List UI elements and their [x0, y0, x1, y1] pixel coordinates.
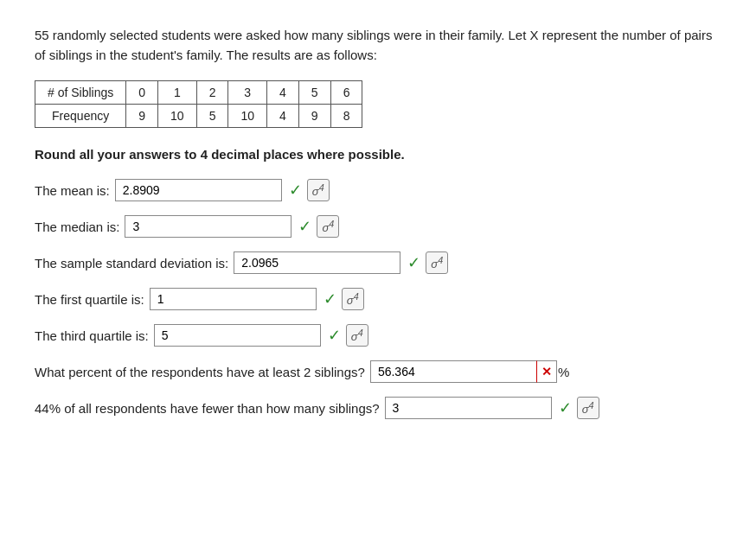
sigma-icon: σ4 — [312, 182, 324, 198]
question-input-4[interactable] — [154, 324, 321, 347]
question-info-btn-3[interactable]: σ4 — [342, 288, 364, 310]
question-info-btn-0[interactable]: σ4 — [307, 179, 330, 201]
question-input-1[interactable] — [125, 215, 292, 238]
table-header-value-0: 0 — [126, 81, 158, 105]
table-header-label: # of Siblings — [35, 81, 126, 105]
table-header-value-1: 1 — [158, 81, 197, 105]
percent-symbol: % — [558, 365, 569, 379]
question-check-1: ✓ — [298, 217, 311, 236]
question-input-0[interactable] — [115, 179, 282, 201]
question-input-2[interactable] — [234, 251, 400, 274]
x-mark: ✕ — [541, 365, 552, 379]
sigma-icon: σ4 — [582, 400, 594, 416]
percent-question-row: What percent of the respondents have at … — [35, 360, 721, 383]
table-freq-value-6: 8 — [330, 105, 362, 128]
percent-input-group: ✕ % — [370, 360, 569, 383]
sigma-icon: σ4 — [351, 328, 363, 343]
percent-question-label: What percent of the respondents have at … — [35, 365, 365, 379]
intro-text: 55 randomly selected students were asked… — [35, 26, 721, 65]
last-question-info-btn[interactable]: σ4 — [577, 397, 599, 419]
table-header-value-5: 5 — [298, 81, 330, 105]
last-question-input[interactable] — [385, 397, 552, 419]
data-table: # of Siblings0123456 Frequency910510498 — [35, 80, 362, 128]
last-question-label: 44% of all respondents have fewer than h… — [35, 401, 380, 416]
table-header-value-2: 2 — [196, 81, 228, 105]
question-info-btn-4[interactable]: σ4 — [346, 324, 368, 347]
table-header-value-3: 3 — [228, 81, 267, 105]
question-row-3: The first quartile is:✓σ4 — [35, 288, 721, 310]
sigma-icon: σ4 — [322, 219, 334, 234]
table-freq-label: Frequency — [35, 105, 126, 128]
question-info-btn-2[interactable]: σ4 — [426, 251, 448, 274]
question-label-4: The third quartile is: — [35, 328, 149, 343]
question-row-4: The third quartile is:✓σ4 — [35, 324, 721, 347]
table-freq-value-2: 5 — [196, 105, 228, 128]
last-question-row: 44% of all respondents have fewer than h… — [35, 397, 721, 419]
table-freq-value-3: 10 — [228, 105, 267, 128]
question-label-0: The mean is: — [35, 183, 110, 198]
question-check-3: ✓ — [324, 290, 336, 309]
table-freq-value-5: 9 — [298, 105, 330, 128]
question-input-3[interactable] — [150, 288, 317, 310]
question-label-1: The median is: — [35, 220, 119, 234]
table-freq-value-0: 9 — [126, 105, 158, 128]
table-freq-value-1: 10 — [158, 105, 197, 128]
sigma-icon: σ4 — [431, 255, 443, 270]
question-check-0: ✓ — [289, 181, 302, 200]
question-label-3: The first quartile is: — [35, 292, 144, 307]
last-question-check: ✓ — [559, 398, 572, 417]
question-label-2: The sample standard deviation is: — [35, 256, 228, 270]
percent-input[interactable] — [370, 360, 536, 383]
table-header-value-4: 4 — [267, 81, 299, 105]
question-row-2: The sample standard deviation is:✓σ4 — [35, 251, 721, 274]
question-check-4: ✓ — [328, 326, 341, 345]
table-freq-value-4: 4 — [267, 105, 299, 128]
table-header-value-6: 6 — [330, 81, 362, 105]
sigma-icon: σ4 — [347, 291, 359, 307]
question-row-0: The mean is:✓σ4 — [35, 179, 721, 201]
round-note: Round all your answers to 4 decimal plac… — [35, 147, 721, 162]
percent-x-icon: ✕ — [536, 360, 557, 383]
question-info-btn-1[interactable]: σ4 — [317, 215, 339, 238]
question-row-1: The median is:✓σ4 — [35, 215, 721, 238]
question-check-2: ✓ — [407, 253, 420, 272]
